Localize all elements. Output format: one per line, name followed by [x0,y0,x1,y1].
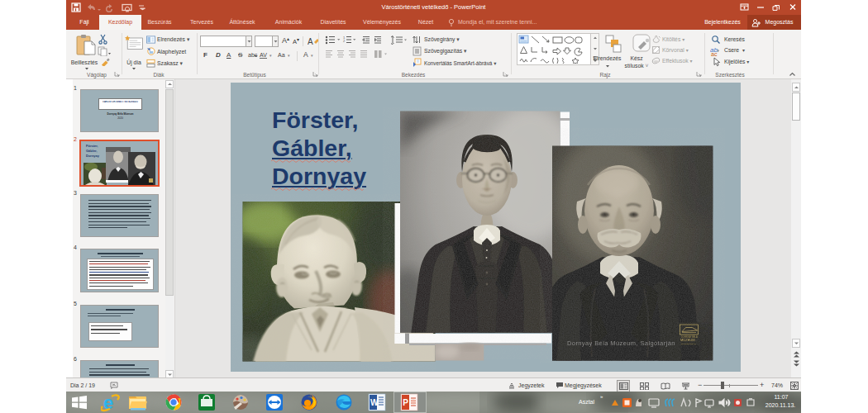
svg-text:P: P [403,398,408,407]
svg-text:2: 2 [343,39,346,43]
svg-text:SALGÓTARJÁN: SALGÓTARJÁN [681,342,696,344]
svg-text:W: W [370,398,379,407]
svg-text:A: A [308,37,313,46]
svg-text:MÚZEUM: MÚZEUM [680,338,695,342]
svg-text:Dornyay Béla Múzeum, Salgótarj: Dornyay Béla Múzeum, Salgótarján [567,339,675,347]
svg-text:ac: ac [711,51,718,57]
